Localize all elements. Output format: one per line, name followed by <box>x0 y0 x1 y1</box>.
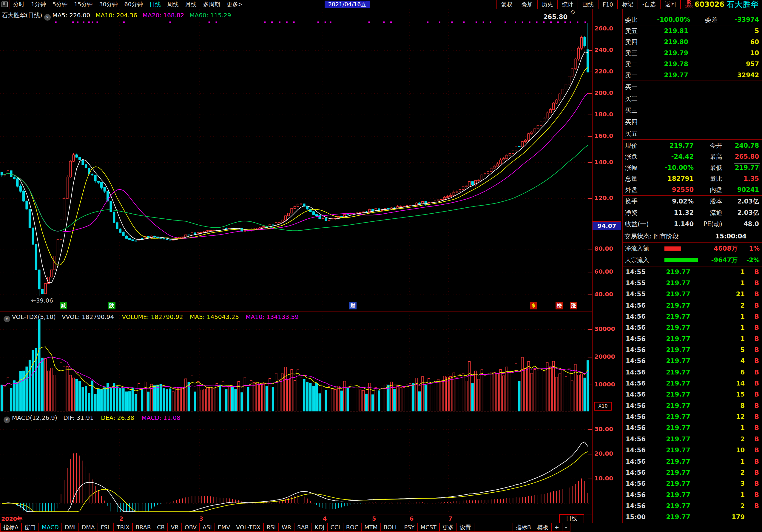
tool-button-F10[interactable]: F10 <box>598 0 617 9</box>
indicator-button-更多[interactable]: 更多 <box>439 523 457 532</box>
indicator-button-DMA[interactable]: DMA <box>78 523 98 532</box>
indicator-button-PSY[interactable]: PSY <box>401 523 418 532</box>
indicator-button-窗口[interactable]: 窗口 <box>21 523 39 532</box>
high-annotation: 265.80 <box>543 13 568 21</box>
tool-button-返回[interactable]: 返回 <box>660 0 681 9</box>
quote-value: 240.78 <box>722 142 762 149</box>
indicator-button-VR[interactable]: VR <box>167 523 182 532</box>
period-tab-5分钟[interactable]: 5分钟 <box>52 1 67 8</box>
window-icon[interactable] <box>1 1 8 7</box>
indicator-button-模板[interactable]: 模板 <box>534 523 552 532</box>
date-label: 7 <box>448 515 452 522</box>
ask-price: 219.77 <box>652 72 700 79</box>
indicator-button-OBV[interactable]: OBV <box>182 523 200 532</box>
indicator-button-MACD[interactable]: MACD <box>38 523 62 532</box>
quote-value: 2.03亿 <box>722 208 762 217</box>
collapse-icon[interactable]: ∨ <box>4 316 10 322</box>
indicator-button--[interactable]: - <box>562 523 571 532</box>
indicator-button-设置[interactable]: 设置 <box>456 523 474 532</box>
period-tab-周线[interactable]: 周线 <box>167 1 179 8</box>
tick-price: 219.77 <box>653 302 703 309</box>
time-sales-list[interactable]: 14:55219.771B14:55219.771B14:55219.7721B… <box>623 266 762 523</box>
quote-row: 收益(一)1.140PE(动)48.0 <box>623 218 762 230</box>
period-tab-日线[interactable]: 日线 <box>149 1 161 8</box>
ask-label: 卖三 <box>623 49 652 57</box>
indicator-button-FSL[interactable]: FSL <box>98 523 114 532</box>
bid-row: 买二 <box>623 93 762 105</box>
period-tab-分时[interactable]: 分时 <box>13 1 25 8</box>
quote-label: 外盘 <box>623 186 651 194</box>
tick-time: 14:56 <box>623 336 653 342</box>
tool-button-统计[interactable]: 统计 <box>557 0 577 9</box>
ma5-value: MA5: 226.00 <box>52 12 90 19</box>
low-annotation: ←39.06 <box>31 297 53 304</box>
tool-button-复权[interactable]: 复权 <box>496 0 517 9</box>
quote-value: 11.32 <box>651 209 694 216</box>
indicator-button-EMV[interactable]: EMV <box>214 523 233 532</box>
indicator-button-SAR[interactable]: SAR <box>294 523 312 532</box>
quote-value: -24.42 <box>651 153 694 160</box>
indicator-button-指标A[interactable]: 指标A <box>0 523 22 532</box>
tick-time: 14:56 <box>623 480 653 487</box>
indicator-button-CR[interactable]: CR <box>154 523 168 532</box>
collapse-icon[interactable]: ∨ <box>4 417 10 423</box>
tick-price: 219.77 <box>653 369 703 376</box>
indicator-button-+[interactable]: + <box>551 523 563 532</box>
indicator-button-VOL-TDX[interactable]: VOL-TDX <box>233 523 264 532</box>
tick-time: 14:56 <box>623 369 653 376</box>
tick-price: 219.77 <box>653 391 703 398</box>
tool-button-标记[interactable]: 标记 <box>617 0 638 9</box>
indicator-button-ASI[interactable]: ASI <box>199 523 215 532</box>
macd-header: ∨MACD(12,26,9) DIF: 31.91 DEA: 26.38 MAC… <box>2 414 181 423</box>
period-tab-30分钟[interactable]: 30分钟 <box>99 1 117 8</box>
indicator-button-MCST[interactable]: MCST <box>418 523 440 532</box>
period-tab-60分钟[interactable]: 60分钟 <box>124 1 143 8</box>
indicator-button-WR[interactable]: WR <box>278 523 294 532</box>
bid-label: 买三 <box>623 106 652 114</box>
tick-price: 219.77 <box>653 346 703 353</box>
indicator-button-BOLL[interactable]: BOLL <box>380 523 402 532</box>
indicator-button-指标B[interactable]: 指标B <box>512 523 534 532</box>
dea-value: DEA: 26.38 <box>101 414 134 421</box>
tick-price: 219.77 <box>653 447 703 454</box>
period-tab-更多>[interactable]: 更多> <box>227 1 243 8</box>
tick-direction: B <box>745 346 762 353</box>
bid-label: 买一 <box>623 83 652 91</box>
tick-price: 219.77 <box>653 469 703 476</box>
tool-button-画线[interactable]: 画线 <box>577 0 598 9</box>
period-tab-月线[interactable]: 月线 <box>185 1 196 8</box>
quote-label: 量比 <box>694 175 722 183</box>
money-flow-rows: 净流入额4608万1%大宗流入-9647万-2% <box>623 243 762 266</box>
indicator-button-RSI[interactable]: RSI <box>263 523 279 532</box>
period-tab-1分钟[interactable]: 1分钟 <box>31 1 46 8</box>
period-tab-15分钟[interactable]: 15分钟 <box>74 1 93 8</box>
indicator-button-MTM[interactable]: MTM <box>361 523 381 532</box>
event-badge-涨: 涨 <box>570 302 577 309</box>
macd-chart[interactable] <box>0 413 592 514</box>
indicator-button-DMI[interactable]: DMI <box>61 523 79 532</box>
volume-chart[interactable] <box>0 312 592 412</box>
event-badge-减: 减 <box>60 302 67 309</box>
indicator-button-KDJ[interactable]: KDJ <box>312 523 328 532</box>
tool-button-历史[interactable]: 历史 <box>537 0 557 9</box>
kline-chart[interactable]: 265.80◇←39.06 <box>0 9 592 311</box>
indicator-button-CCI[interactable]: CCI <box>327 523 343 532</box>
indicator-button-ROC[interactable]: ROC <box>343 523 362 532</box>
tick-row: 14:56219.771B <box>623 422 762 433</box>
indicator-button-BRAR[interactable]: BRAR <box>132 523 154 532</box>
tick-row: 14:55219.771B <box>623 277 762 288</box>
tick-volume: 1 <box>703 313 745 320</box>
price-tick-label: 260.0 <box>594 25 621 32</box>
indicator-button-TRIX[interactable]: TRIX <box>114 523 133 532</box>
bid-row: 买四 <box>623 116 762 128</box>
bid-label: 买五 <box>623 129 652 138</box>
quote-value: 48.0 <box>722 220 762 228</box>
tool-button-叠加[interactable]: 叠加 <box>517 0 537 9</box>
tool-button--自选[interactable]: -自选 <box>638 0 660 9</box>
tick-time: 14:56 <box>623 492 653 498</box>
tick-row: 14:56219.772B <box>623 433 762 445</box>
date-label: 3 <box>199 515 203 522</box>
volume-tick-label: 10000 <box>594 381 621 388</box>
period-tab-多周期[interactable]: 多周期 <box>203 1 220 8</box>
collapse-icon[interactable]: ∨ <box>44 14 51 21</box>
